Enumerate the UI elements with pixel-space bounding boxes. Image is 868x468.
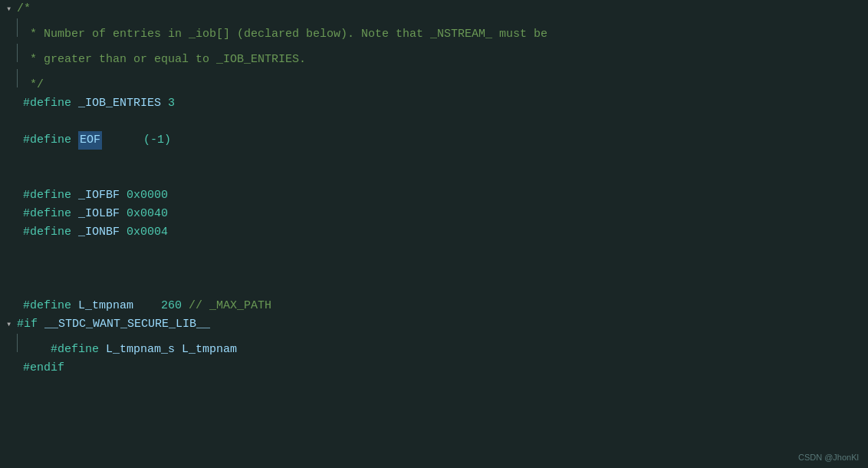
- code-line-18: #define L_tmpnam_s L_tmpnam: [0, 334, 868, 359]
- code-content-2: * Number of entries in _iob[] (declared …: [23, 25, 547, 44]
- no-fold-18: [6, 343, 15, 358]
- no-fold-10: [6, 189, 15, 203]
- eof-value: (-1): [102, 131, 171, 150]
- code-line-11: #define _IOLBF 0x0040: [0, 205, 868, 223]
- no-fold-16: [6, 299, 15, 314]
- no-fold-4: [6, 78, 15, 93]
- empty-line-13: [0, 242, 868, 260]
- fold-arrow-1[interactable]: ▾: [6, 2, 15, 17]
- empty-line-9: [0, 168, 868, 186]
- no-fold-11: [6, 207, 15, 222]
- no-fold-7: [6, 133, 15, 148]
- macro-iob-entries: _IOB_ENTRIES: [78, 94, 161, 113]
- code-line-7: #define EOF (-1): [0, 131, 868, 150]
- macro-ltmpnam-ref: L_tmpnam: [175, 341, 237, 359]
- empty-line-6: [0, 113, 868, 131]
- define-keyword-7: #define: [23, 131, 78, 150]
- code-line-1: ▾ /*: [0, 0, 868, 18]
- macro-stdc: __STDC_WANT_SECURE_LIB__: [44, 315, 210, 334]
- define-keyword-11: #define: [23, 205, 78, 223]
- no-fold-2: [6, 28, 15, 42]
- macro-ltmpnam: L_tmpnam: [78, 297, 133, 315]
- code-content-3: * greater than or equal to _IOB_ENTRIES.: [23, 51, 306, 69]
- hex-0040: 0x0040: [120, 205, 168, 223]
- watermark: CSDN @JhonKl: [798, 453, 859, 462]
- code-line-17: ▾ #if __STDC_WANT_SECURE_LIB__: [0, 315, 868, 334]
- if-keyword: #if: [17, 315, 44, 334]
- macro-iofbf: _IOFBF: [78, 186, 120, 205]
- hex-0000: 0x0000: [120, 186, 168, 205]
- define-keyword-16: #define: [23, 297, 78, 315]
- empty-line-8: [0, 150, 868, 168]
- endif-keyword: #endif: [23, 359, 64, 377]
- code-content-5: #define: [23, 94, 78, 113]
- macro-iolbf: _IOLBF: [78, 205, 120, 223]
- no-fold-5: [6, 97, 15, 111]
- define-keyword-12: #define: [23, 223, 78, 242]
- no-fold-19: [6, 361, 15, 376]
- code-line-5: #define _IOB_ENTRIES 3: [0, 94, 868, 113]
- code-line-19: #endif: [0, 359, 868, 377]
- tmpnam-value: 260: [133, 297, 189, 315]
- no-fold-12: [6, 226, 15, 240]
- value-3: 3: [161, 94, 175, 113]
- code-line-16: #define L_tmpnam 260 // _MAX_PATH: [0, 297, 868, 315]
- define-keyword-18: #define: [23, 341, 106, 359]
- code-line-2: * Number of entries in _iob[] (declared …: [0, 18, 868, 44]
- tmpnam-comment: // _MAX_PATH: [189, 297, 271, 315]
- code-content-1: /*: [17, 0, 31, 18]
- macro-ionbf: _IONBF: [78, 223, 120, 242]
- code-content-4: */: [23, 76, 44, 94]
- code-line-4: */: [0, 69, 868, 94]
- empty-line-14: [0, 260, 868, 278]
- macro-ltmpnam-s: L_tmpnam_s: [106, 341, 175, 359]
- no-fold-3: [6, 53, 15, 68]
- code-line-12: #define _IONBF 0x0004: [0, 223, 868, 242]
- code-line-3: * greater than or equal to _IOB_ENTRIES.: [0, 44, 868, 69]
- fold-arrow-17[interactable]: ▾: [6, 318, 15, 332]
- code-line-10: #define _IOFBF 0x0000: [0, 186, 868, 205]
- code-editor: ▾ /* * Number of entries in _iob[] (decl…: [0, 0, 868, 468]
- define-keyword-10: #define: [23, 186, 78, 205]
- empty-line-15: [0, 278, 868, 297]
- eof-highlight: EOF: [78, 131, 102, 150]
- hex-0004: 0x0004: [120, 223, 168, 242]
